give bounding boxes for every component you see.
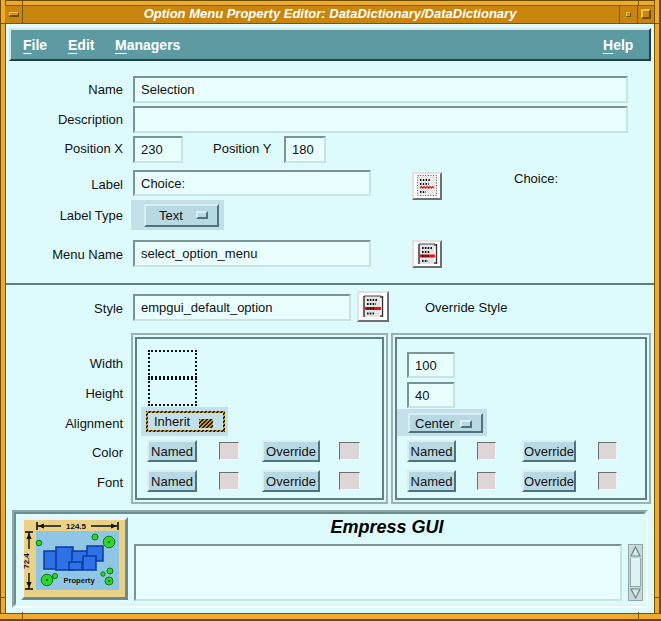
svg-text:72.4: 72.4	[22, 553, 31, 569]
svg-text:124.5: 124.5	[66, 522, 87, 531]
svg-text:Property: Property	[63, 576, 95, 585]
